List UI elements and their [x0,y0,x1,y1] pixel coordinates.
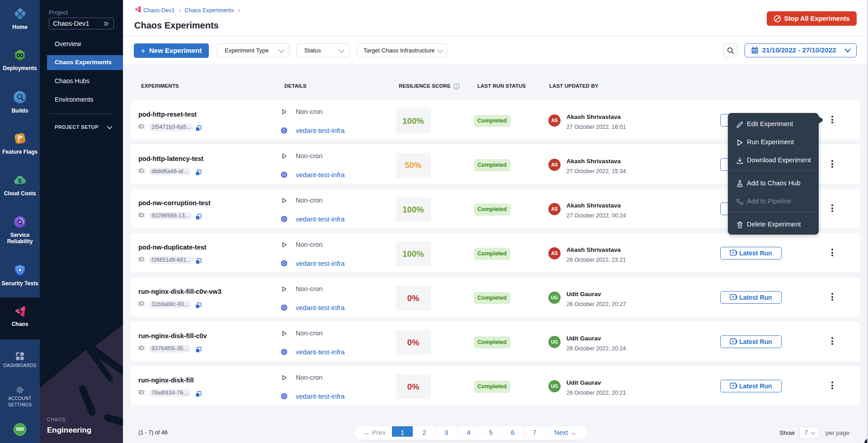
svg-text:$: $ [18,177,22,184]
